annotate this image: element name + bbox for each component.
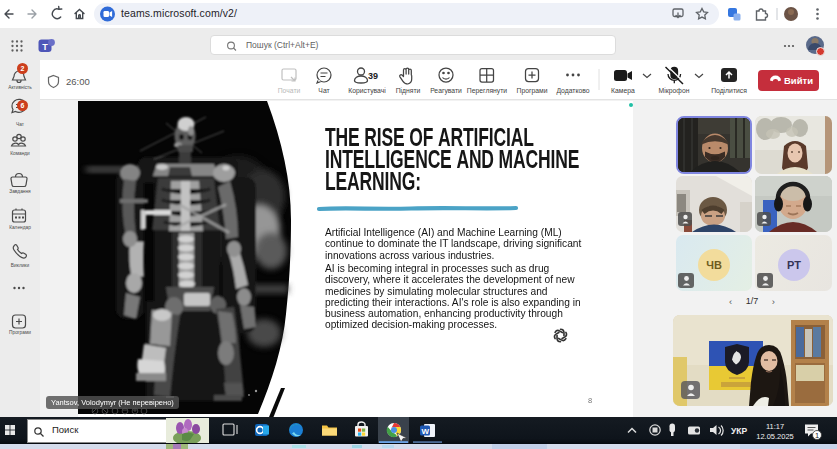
svg-text:T: T (42, 42, 48, 52)
svg-text:УКР: УКР (731, 426, 747, 436)
svg-text:39: 39 (368, 71, 378, 81)
svg-text:W: W (422, 427, 430, 436)
svg-text:12.05.2025: 12.05.2025 (756, 432, 794, 441)
svg-text:11:17: 11:17 (766, 422, 784, 431)
svg-text:1: 1 (815, 431, 819, 440)
